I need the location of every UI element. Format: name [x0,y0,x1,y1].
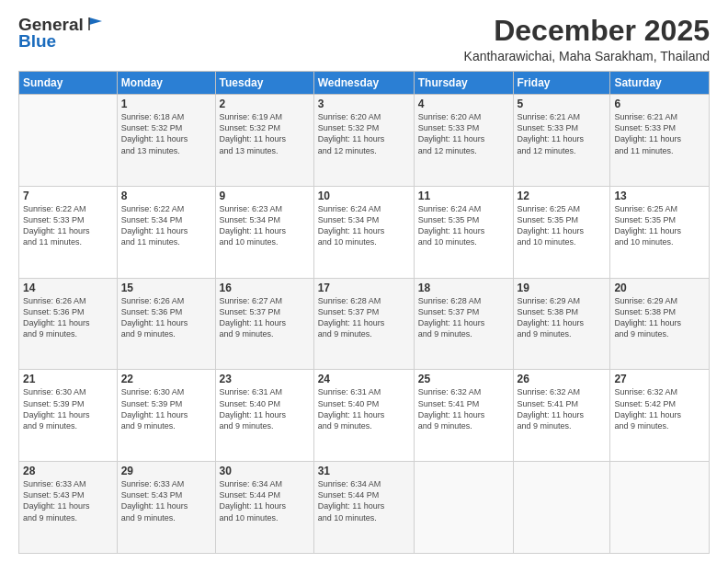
day-number: 18 [418,282,509,294]
day-number: 13 [614,190,705,202]
calendar-cell: 2Sunrise: 6:19 AMSunset: 5:32 PMDaylight… [215,95,313,187]
day-number: 24 [318,373,410,385]
calendar-week-row: 1Sunrise: 6:18 AMSunset: 5:32 PMDaylight… [19,95,710,187]
calendar-table: SundayMondayTuesdayWednesdayThursdayFrid… [18,71,710,554]
calendar-cell: 22Sunrise: 6:30 AMSunset: 5:39 PMDayligh… [117,370,215,462]
calendar-cell: 26Sunrise: 6:32 AMSunset: 5:41 PMDayligh… [513,370,610,462]
calendar-cell: 24Sunrise: 6:31 AMSunset: 5:40 PMDayligh… [313,370,414,462]
calendar-cell: 9Sunrise: 6:23 AMSunset: 5:34 PMDaylight… [215,186,313,278]
cell-info: Sunrise: 6:27 AMSunset: 5:37 PMDaylight:… [220,295,310,340]
calendar-cell: 20Sunrise: 6:29 AMSunset: 5:38 PMDayligh… [610,278,710,370]
cell-info: Sunrise: 6:24 AMSunset: 5:35 PMDaylight:… [418,203,509,248]
calendar-week-row: 14Sunrise: 6:26 AMSunset: 5:36 PMDayligh… [19,278,710,370]
day-header-tuesday: Tuesday [215,72,313,95]
page: General Blue December 2025 Kantharawicha… [0,0,728,563]
calendar-cell: 8Sunrise: 6:22 AMSunset: 5:34 PMDaylight… [117,186,215,278]
cell-info: Sunrise: 6:22 AMSunset: 5:34 PMDaylight:… [121,203,211,248]
day-number: 31 [318,465,410,477]
day-number: 14 [23,282,113,294]
logo-blue-text: Blue [18,31,56,52]
calendar-cell [414,462,513,554]
cell-info: Sunrise: 6:25 AMSunset: 5:35 PMDaylight:… [614,203,705,248]
day-number: 15 [121,282,211,294]
calendar-cell: 12Sunrise: 6:25 AMSunset: 5:35 PMDayligh… [513,186,610,278]
cell-info: Sunrise: 6:29 AMSunset: 5:38 PMDaylight:… [614,295,705,340]
cell-info: Sunrise: 6:34 AMSunset: 5:44 PMDaylight:… [220,478,310,523]
calendar-cell: 16Sunrise: 6:27 AMSunset: 5:37 PMDayligh… [215,278,313,370]
location-title: Kantharawichai, Maha Sarakham, Thailand [464,49,710,63]
calendar-cell: 17Sunrise: 6:28 AMSunset: 5:37 PMDayligh… [313,278,414,370]
day-header-wednesday: Wednesday [313,72,414,95]
calendar-cell: 28Sunrise: 6:33 AMSunset: 5:43 PMDayligh… [19,462,118,554]
cell-info: Sunrise: 6:33 AMSunset: 5:43 PMDaylight:… [23,478,113,523]
calendar-cell: 29Sunrise: 6:33 AMSunset: 5:43 PMDayligh… [117,462,215,554]
day-number: 21 [23,373,113,385]
svg-marker-0 [89,17,102,25]
cell-info: Sunrise: 6:30 AMSunset: 5:39 PMDaylight:… [23,386,113,431]
calendar-cell: 13Sunrise: 6:25 AMSunset: 5:35 PMDayligh… [610,186,710,278]
day-number: 5 [518,98,607,110]
logo: General Blue [18,15,104,52]
calendar-cell: 14Sunrise: 6:26 AMSunset: 5:36 PMDayligh… [19,278,118,370]
cell-info: Sunrise: 6:20 AMSunset: 5:33 PMDaylight:… [418,111,509,156]
calendar-cell: 19Sunrise: 6:29 AMSunset: 5:38 PMDayligh… [513,278,610,370]
day-number: 17 [318,282,410,294]
cell-info: Sunrise: 6:19 AMSunset: 5:32 PMDaylight:… [220,111,310,156]
day-number: 20 [614,282,705,294]
calendar-cell: 27Sunrise: 6:32 AMSunset: 5:42 PMDayligh… [610,370,710,462]
calendar-cell: 15Sunrise: 6:26 AMSunset: 5:36 PMDayligh… [117,278,215,370]
cell-info: Sunrise: 6:32 AMSunset: 5:41 PMDaylight:… [418,386,509,431]
calendar-cell: 30Sunrise: 6:34 AMSunset: 5:44 PMDayligh… [215,462,313,554]
cell-info: Sunrise: 6:21 AMSunset: 5:33 PMDaylight:… [518,111,607,156]
cell-info: Sunrise: 6:26 AMSunset: 5:36 PMDaylight:… [23,295,113,340]
day-number: 22 [121,373,211,385]
day-number: 30 [220,465,310,477]
cell-info: Sunrise: 6:33 AMSunset: 5:43 PMDaylight:… [121,478,211,523]
day-number: 19 [518,282,607,294]
cell-info: Sunrise: 6:30 AMSunset: 5:39 PMDaylight:… [121,386,211,431]
calendar-cell: 10Sunrise: 6:24 AMSunset: 5:34 PMDayligh… [313,186,414,278]
cell-info: Sunrise: 6:29 AMSunset: 5:38 PMDaylight:… [518,295,607,340]
cell-info: Sunrise: 6:21 AMSunset: 5:33 PMDaylight:… [614,111,705,156]
cell-info: Sunrise: 6:32 AMSunset: 5:41 PMDaylight:… [518,386,607,431]
day-header-sunday: Sunday [19,72,118,95]
day-header-monday: Monday [117,72,215,95]
calendar-cell: 4Sunrise: 6:20 AMSunset: 5:33 PMDaylight… [414,95,513,187]
calendar-cell: 5Sunrise: 6:21 AMSunset: 5:33 PMDaylight… [513,95,610,187]
day-number: 10 [318,190,410,202]
cell-info: Sunrise: 6:18 AMSunset: 5:32 PMDaylight:… [121,111,211,156]
calendar-cell: 1Sunrise: 6:18 AMSunset: 5:32 PMDaylight… [117,95,215,187]
day-number: 23 [220,373,310,385]
day-number: 11 [418,190,509,202]
cell-info: Sunrise: 6:25 AMSunset: 5:35 PMDaylight:… [518,203,607,248]
calendar-cell: 21Sunrise: 6:30 AMSunset: 5:39 PMDayligh… [19,370,118,462]
cell-info: Sunrise: 6:32 AMSunset: 5:42 PMDaylight:… [614,386,705,431]
calendar-cell: 31Sunrise: 6:34 AMSunset: 5:44 PMDayligh… [313,462,414,554]
calendar-cell: 18Sunrise: 6:28 AMSunset: 5:37 PMDayligh… [414,278,513,370]
day-number: 12 [518,190,607,202]
cell-info: Sunrise: 6:34 AMSunset: 5:44 PMDaylight:… [318,478,410,523]
cell-info: Sunrise: 6:31 AMSunset: 5:40 PMDaylight:… [318,386,410,431]
day-number: 25 [418,373,509,385]
calendar-cell: 25Sunrise: 6:32 AMSunset: 5:41 PMDayligh… [414,370,513,462]
month-title: December 2025 [464,15,710,47]
day-number: 2 [220,98,310,110]
day-number: 4 [418,98,509,110]
calendar-cell [610,462,710,554]
calendar-cell [19,95,118,187]
day-number: 1 [121,98,211,110]
cell-info: Sunrise: 6:20 AMSunset: 5:32 PMDaylight:… [318,111,410,156]
day-number: 27 [614,373,705,385]
day-number: 9 [220,190,310,202]
day-number: 8 [121,190,211,202]
calendar-week-row: 21Sunrise: 6:30 AMSunset: 5:39 PMDayligh… [19,370,710,462]
day-number: 29 [121,465,211,477]
cell-info: Sunrise: 6:23 AMSunset: 5:34 PMDaylight:… [220,203,310,248]
day-number: 6 [614,98,705,110]
day-number: 3 [318,98,410,110]
calendar-header-row: SundayMondayTuesdayWednesdayThursdayFrid… [19,72,710,95]
day-header-thursday: Thursday [414,72,513,95]
day-header-friday: Friday [513,72,610,95]
cell-info: Sunrise: 6:31 AMSunset: 5:40 PMDaylight:… [220,386,310,431]
calendar-cell: 3Sunrise: 6:20 AMSunset: 5:32 PMDaylight… [313,95,414,187]
